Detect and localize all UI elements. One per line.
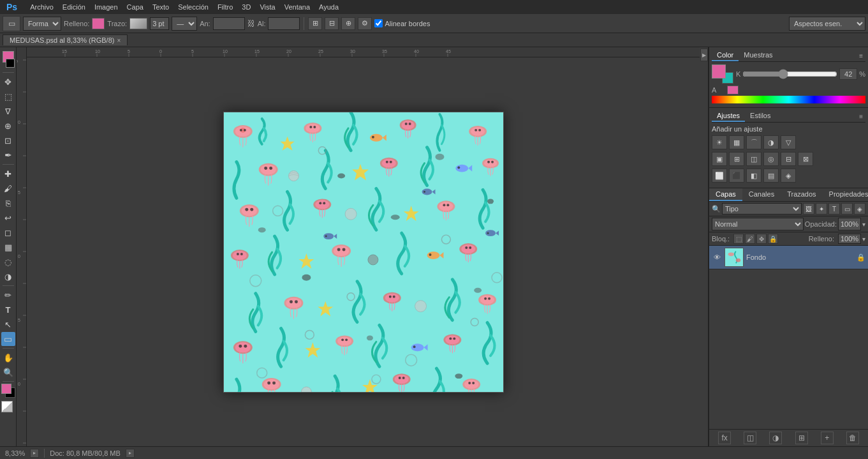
shape-tool[interactable]: ▭	[1, 332, 15, 346]
vibrance-btn[interactable]: ▽	[781, 135, 796, 149]
tab-close[interactable]: ×	[117, 37, 121, 44]
opacity-input[interactable]	[838, 218, 861, 230]
menu-filtro[interactable]: Filtro	[214, 2, 237, 12]
levels-btn[interactable]: ▦	[729, 135, 744, 149]
hue-sat-btn[interactable]: ▣	[712, 152, 727, 166]
pen-tool[interactable]: ✏	[1, 288, 15, 302]
hand-tool[interactable]: ✋	[1, 350, 15, 365]
lasso-tool[interactable]: ᐁ	[1, 104, 15, 118]
document-tab[interactable]: MEDUSAS.psd al 8,33% (RGB/8) ×	[3, 34, 128, 45]
layer-fx-btn[interactable]: fx	[718, 432, 731, 444]
tab-estilos[interactable]: Estilos	[745, 110, 776, 122]
doc-info-arrow[interactable]: ▸	[126, 449, 135, 458]
workspace-picker[interactable]: Aspectos esen.	[789, 17, 865, 31]
crop-tool[interactable]: ⊡	[1, 133, 15, 147]
channel-mixer-btn[interactable]: ⊟	[781, 152, 796, 166]
tab-muestras[interactable]: Muestras	[739, 50, 777, 61]
adjustments-panel-options[interactable]: ≡	[859, 113, 863, 120]
selective-color-btn[interactable]: ◈	[781, 169, 796, 183]
align-path-btn[interactable]: ⊞	[308, 17, 322, 30]
black-white-btn[interactable]: ◫	[746, 152, 761, 166]
move-tool[interactable]: ✥	[1, 75, 15, 89]
menu-imagen[interactable]: Imagen	[91, 2, 122, 12]
layer-item-fondo[interactable]: 👁 Fondo 🔒	[709, 246, 868, 269]
tab-canales[interactable]: Canales	[742, 188, 781, 201]
channel-slider[interactable]	[742, 71, 837, 77]
dodge-tool[interactable]: ◑	[1, 269, 15, 283]
channel-value-input[interactable]	[839, 68, 857, 80]
opacity-arrow-btn[interactable]: ▾	[862, 221, 865, 228]
document-canvas[interactable]	[223, 112, 504, 393]
layer-mask-btn[interactable]: ◫	[744, 432, 756, 444]
path-ops-btn[interactable]: ⊕	[341, 17, 355, 30]
menu-texto[interactable]: Texto	[149, 2, 173, 12]
layer-delete-btn[interactable]: 🗑	[846, 432, 859, 444]
canvas-scroll[interactable]	[27, 57, 700, 446]
path-align-settings-btn[interactable]: ⚙	[358, 17, 372, 30]
path-select-tool[interactable]: ↖	[1, 317, 15, 331]
text-tool[interactable]: T	[1, 303, 15, 317]
brightness-contrast-btn[interactable]: ☀	[712, 135, 727, 149]
link-wh-btn[interactable]: ⛓	[247, 19, 255, 28]
brush-tool[interactable]: 🖌	[1, 181, 15, 195]
clone-tool[interactable]: ⎘	[1, 196, 15, 210]
menu-edicion[interactable]: Edición	[59, 2, 89, 12]
layer-filter-shape-btn[interactable]: ▭	[841, 203, 853, 214]
healing-tool[interactable]: ✚	[1, 167, 15, 181]
menu-vista[interactable]: Vista	[256, 2, 279, 12]
align-edges-btn[interactable]: ⊟	[325, 17, 339, 30]
color-balance-btn[interactable]: ⊞	[729, 152, 744, 166]
gradient-map-btn[interactable]: ▤	[763, 169, 779, 183]
quick-select-tool[interactable]: ⊕	[1, 119, 15, 133]
zoom-indicator[interactable]: ▸	[30, 449, 39, 458]
layer-visibility-eye[interactable]: 👁	[712, 252, 722, 262]
history-brush-tool[interactable]: ↩	[1, 211, 15, 225]
blur-tool[interactable]: ◌	[1, 255, 15, 269]
fg-swatch[interactable]	[1, 384, 11, 394]
lock-brush-btn[interactable]: 🖌	[745, 234, 755, 244]
gradient-tool[interactable]: ▦	[1, 240, 15, 254]
layer-type-picker[interactable]: Tipo	[722, 203, 802, 214]
alpha-swatch[interactable]	[727, 86, 739, 94]
tab-trazados[interactable]: Trazados	[781, 188, 822, 201]
layer-group-btn[interactable]: ⊞	[795, 432, 808, 444]
layer-filter-adj-btn[interactable]: ✦	[816, 203, 827, 214]
curves-btn[interactable]: ⌒	[746, 135, 761, 149]
layer-new-btn[interactable]: +	[821, 432, 834, 444]
layer-adj-btn[interactable]: ◑	[769, 432, 782, 444]
shape-picker[interactable]: Forma	[23, 17, 61, 31]
tab-propiedades[interactable]: Propiedades	[823, 188, 868, 201]
stroke-type-picker[interactable]: —	[172, 17, 197, 31]
menu-seleccion[interactable]: Selección	[174, 2, 212, 12]
menu-capa[interactable]: Capa	[123, 2, 147, 12]
width-input[interactable]	[213, 17, 245, 30]
color-fg-swatch[interactable]	[712, 64, 726, 79]
stroke-swatch[interactable]	[129, 18, 147, 29]
stroke-size-input[interactable]: 3 pt	[150, 17, 169, 30]
height-input[interactable]	[268, 17, 300, 30]
lock-pixels-btn[interactable]: ⬚	[733, 234, 744, 244]
lock-move-btn[interactable]: ✥	[756, 234, 767, 244]
layer-filter-img-btn[interactable]: 🖼	[803, 203, 814, 214]
menu-archivo[interactable]: Archivo	[26, 2, 57, 12]
blend-mode-picker[interactable]: Normal	[712, 218, 804, 230]
photo-filter-btn[interactable]: ◎	[763, 152, 779, 166]
lock-all-btn[interactable]: 🔒	[768, 234, 778, 244]
tab-ajustes[interactable]: Ajustes	[712, 110, 745, 122]
collapse-arrow-top[interactable]: ▶	[700, 49, 708, 61]
quick-mask-btn[interactable]	[1, 401, 13, 412]
menu-ayuda[interactable]: Ayuda	[315, 2, 342, 12]
invert-btn[interactable]: ⬜	[712, 169, 727, 183]
fill-color-swatch[interactable]	[92, 18, 105, 29]
eraser-tool[interactable]: ◻	[1, 225, 15, 239]
tool-preset-btn[interactable]: ▭	[3, 16, 20, 31]
layer-filter-smart-btn[interactable]: ◈	[854, 203, 865, 214]
zoom-tool[interactable]: 🔍	[1, 365, 15, 379]
menu-ventana[interactable]: Ventana	[281, 2, 314, 12]
color-spectrum-bar[interactable]	[712, 96, 865, 103]
exposure-btn[interactable]: ◑	[763, 135, 779, 149]
tab-color[interactable]: Color	[712, 50, 739, 61]
threshold-btn[interactable]: ◧	[746, 169, 761, 183]
selection-tool[interactable]: ⬚	[1, 89, 15, 103]
color-lookup-btn[interactable]: ⊠	[798, 152, 813, 166]
